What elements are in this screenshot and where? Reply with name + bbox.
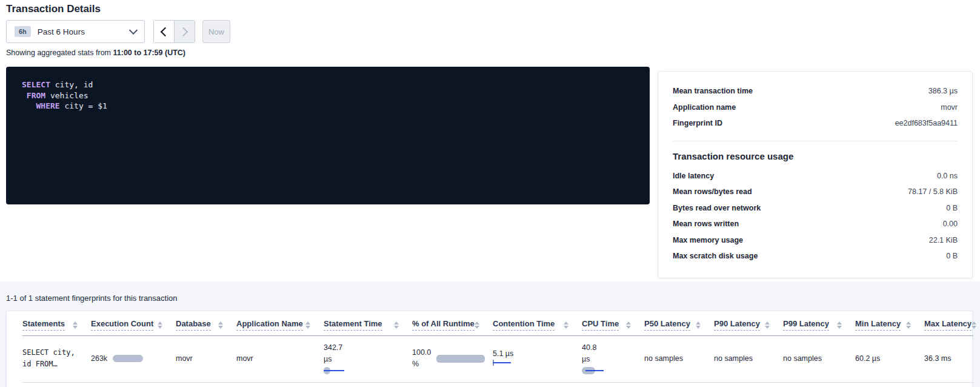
time-nav-group — [153, 20, 195, 43]
sort-icon[interactable] — [394, 321, 399, 329]
runtime-percent-bar — [436, 355, 485, 363]
column-header-label: Contention Time — [493, 319, 555, 331]
page-title: Transaction Details — [6, 3, 101, 15]
sort-icon[interactable] — [906, 321, 911, 329]
summary-label: Bytes read over network — [673, 200, 761, 217]
next-interval-button[interactable] — [175, 21, 195, 42]
summary-label: Max scratch disk usage — [673, 248, 758, 264]
summary-value: 0 B — [946, 200, 958, 217]
column-header-label: % of All Runtime — [412, 319, 475, 331]
sort-icon[interactable] — [696, 321, 701, 329]
summary-row: Fingerprint IDee2df683f5aa9411 — [673, 115, 958, 132]
column-header[interactable]: P90 Latency — [714, 311, 783, 336]
table-row: SELECT city, id FROM… 263k movr movr — [22, 336, 973, 383]
sort-icon[interactable] — [305, 321, 310, 329]
column-header[interactable]: Contention Time — [493, 311, 582, 336]
column-header[interactable]: P50 Latency — [644, 311, 714, 336]
p90-latency-cell: no samples — [714, 336, 783, 383]
chevron-down-icon — [129, 26, 138, 35]
column-header[interactable]: % of All Runtime — [412, 311, 493, 336]
statements-table: StatementsExecution CountDatabaseApplica… — [22, 311, 973, 383]
summary-label: Mean rows written — [673, 216, 739, 232]
contention-time-bar — [493, 360, 582, 368]
sort-icon[interactable] — [158, 321, 162, 329]
column-header-label: CPU Time — [582, 319, 619, 331]
column-header-label: Application Name — [236, 319, 303, 331]
sort-icon[interactable] — [475, 321, 479, 329]
execution-count-cell: 263k — [91, 336, 176, 383]
cpu-time-cell: 40.8 µs — [582, 336, 644, 383]
sort-icon[interactable] — [765, 321, 770, 329]
resource-usage-row: Idle latency0.0 ns — [673, 168, 958, 184]
now-button[interactable]: Now — [202, 20, 230, 43]
aggregated-stats-range: 11:00 to 17:59 (UTC) — [113, 49, 185, 57]
summary-value: ee2df683f5aa9411 — [895, 115, 958, 132]
column-header-label: Statements — [22, 319, 65, 331]
column-header-label: Max Latency — [924, 319, 972, 331]
summary-label: Fingerprint ID — [673, 115, 722, 132]
resource-usage-title: Transaction resource usage — [673, 151, 958, 161]
column-header-label: Execution Count — [91, 319, 153, 331]
contention-time-cell: 5.1 µs — [493, 336, 582, 383]
column-header[interactable]: Database — [176, 311, 236, 336]
column-header[interactable]: Min Latency — [855, 311, 924, 336]
runtime-percent-cell: 100.0 % — [412, 336, 493, 383]
cpu-time-bar — [582, 367, 644, 375]
transaction-details-page: Transaction Details 6h Past 6 Hours Now … — [0, 0, 980, 387]
sql-statement-box: SELECT city, id FROM vehicles WHERE city… — [6, 67, 650, 204]
aggregated-stats-prefix: Showing aggregated stats from — [6, 49, 111, 57]
column-header-label: P99 Latency — [783, 319, 829, 331]
transaction-summary-card: Mean transaction time386.3 µsApplication… — [658, 71, 973, 278]
min-latency-cell: 60.2 µs — [855, 336, 924, 383]
resource-usage-kv-list: Idle latency0.0 nsMean rows/bytes read78… — [673, 168, 958, 264]
p99-latency-cell: no samples — [783, 336, 855, 383]
summary-kv-list: Mean transaction time386.3 µsApplication… — [673, 83, 958, 132]
max-latency-cell: 36.3 ms — [924, 336, 973, 383]
sort-icon[interactable] — [564, 321, 568, 329]
summary-label: Application name — [673, 99, 736, 116]
column-header-label: Statement Time — [324, 319, 382, 331]
column-header[interactable]: P99 Latency — [783, 311, 855, 336]
column-header[interactable]: Execution Count — [91, 311, 176, 336]
p50-latency-cell: no samples — [644, 336, 714, 383]
resource-usage-row: Max memory usage22.1 KiB — [673, 232, 958, 249]
column-header-label: P50 Latency — [644, 319, 690, 331]
column-header[interactable]: Application Name — [236, 311, 324, 336]
statement-time-bar — [324, 367, 412, 375]
column-header[interactable]: CPU Time — [582, 311, 644, 336]
summary-label: Mean transaction time — [673, 83, 753, 99]
summary-value: movr — [941, 99, 958, 116]
sort-icon[interactable] — [837, 321, 842, 329]
summary-value: 386.3 µs — [928, 83, 958, 99]
statement-link[interactable]: SELECT city, id FROM… — [22, 347, 91, 370]
sql-code: SELECT city, id FROM vehicles WHERE city… — [22, 79, 634, 112]
time-range-label: Past 6 Hours — [38, 27, 85, 36]
sort-icon[interactable] — [73, 321, 78, 329]
column-header[interactable]: Statement Time — [324, 311, 412, 336]
column-header[interactable]: Statements — [22, 311, 91, 336]
database-cell: movr — [176, 336, 236, 383]
column-header[interactable]: Max Latency — [924, 311, 973, 336]
statement-fingerprints-count: 1-1 of 1 statement fingerprints for this… — [6, 294, 178, 303]
chevron-left-icon — [161, 27, 170, 36]
summary-row: Mean transaction time386.3 µs — [673, 83, 958, 99]
summary-label: Max memory usage — [673, 232, 743, 249]
summary-value: 0 B — [946, 248, 958, 264]
time-range-dropdown[interactable]: 6h Past 6 Hours — [6, 20, 145, 43]
resource-usage-row: Bytes read over network0 B — [673, 200, 958, 217]
sort-icon[interactable] — [626, 321, 631, 329]
summary-divider — [673, 141, 958, 141]
resource-usage-row: Mean rows written0.00 — [673, 216, 958, 232]
summary-row: Application namemovr — [673, 99, 958, 116]
statement-cell[interactable]: SELECT city, id FROM… — [22, 336, 91, 383]
table-header-row: StatementsExecution CountDatabaseApplica… — [22, 311, 973, 336]
previous-interval-button[interactable] — [154, 21, 175, 42]
sort-icon[interactable] — [218, 321, 223, 329]
execution-count-bar — [113, 355, 143, 362]
summary-label: Mean rows/bytes read — [673, 184, 752, 200]
resource-usage-row: Mean rows/bytes read78.17 / 5.8 KiB — [673, 184, 958, 200]
summary-label: Idle latency — [673, 168, 714, 184]
column-header-label: Database — [176, 319, 211, 331]
application-name-cell: movr — [236, 336, 324, 383]
sort-icon[interactable] — [972, 321, 976, 329]
